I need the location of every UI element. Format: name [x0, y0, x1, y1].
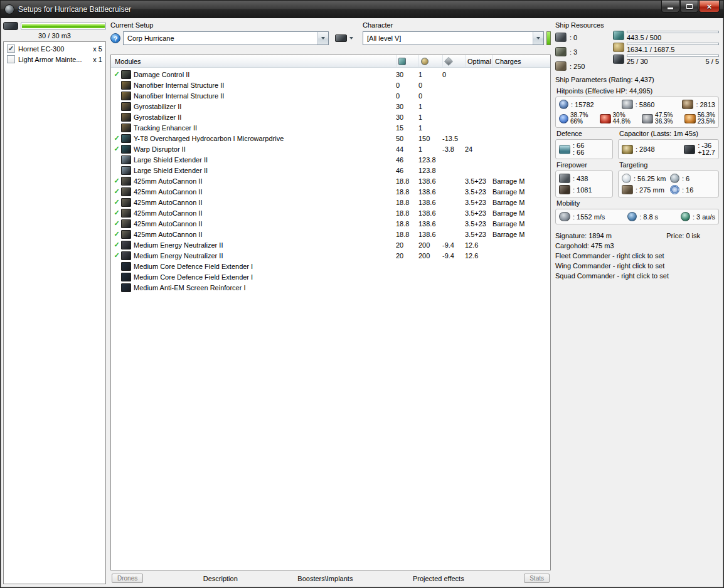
module-cpu-value: 18.8: [396, 220, 418, 228]
module-name: 425mm AutoCannon II: [134, 209, 396, 217]
minimize-button[interactable]: [661, 1, 679, 13]
module-pg-value: 1: [418, 145, 442, 153]
character-select-arrow[interactable]: [533, 32, 543, 45]
help-icon[interactable]: [110, 33, 120, 43]
drone-checkbox[interactable]: ✓: [7, 45, 15, 53]
module-row[interactable]: Medium Anti-EM Screen Reinforcer I: [111, 282, 550, 293]
squad-commander-hint[interactable]: Squad Commander - right click to set: [555, 271, 719, 281]
setup-select[interactable]: Corp Hurricane: [123, 31, 329, 45]
module-row[interactable]: Nanofiber Internal Structure II00: [111, 90, 550, 101]
tab-boosters-implants[interactable]: Boosters\Implants: [297, 575, 353, 582]
drone-list-item[interactable]: ✓Hornet EC-300x 5: [4, 43, 105, 54]
close-icon: ×: [707, 3, 712, 11]
module-active-check-icon: ✓: [111, 230, 121, 238]
module-row[interactable]: Large Shield Extender II46123.8: [111, 154, 550, 165]
cpu-column-header[interactable]: [396, 55, 418, 67]
module-pg-value: 1: [418, 71, 442, 78]
warp-speed-value: : 3 au/s: [693, 213, 715, 221]
character-skill-bar: [546, 31, 551, 45]
ship-resources: : 0 : 3 : 250: [555, 31, 719, 71]
tab-projected-effects[interactable]: Projected effects: [413, 575, 464, 582]
chevron-down-icon: [321, 37, 325, 39]
charges-column-header[interactable]: Charges: [492, 55, 550, 67]
drone-list-item[interactable]: Light Armor Mainte...x 1: [4, 54, 105, 65]
powergrid-resource: 1634.1 / 1687.5: [613, 43, 719, 53]
setup-tools-button[interactable]: [331, 31, 356, 45]
module-row[interactable]: ✓Medium Energy Neutralizer II20200-9.412…: [111, 239, 550, 250]
drone-bay-panel: 30 / 30 m3 ✓Hornet EC-300x 5Light Armor …: [3, 21, 106, 584]
module-row[interactable]: Medium Core Defence Field Extender I: [111, 271, 550, 282]
tab-description[interactable]: Description: [203, 575, 238, 582]
module-cpu-value: 30: [396, 113, 418, 121]
tab-drones[interactable]: Drones: [112, 574, 143, 583]
module-row[interactable]: ✓425mm AutoCannon II18.8138.63.5+23Barra…: [111, 229, 550, 239]
module-row[interactable]: ✓Warp Disruptor II441-3.824: [111, 144, 550, 154]
module-row[interactable]: ✓425mm AutoCannon II18.8138.63.5+23Barra…: [111, 207, 550, 218]
module-row[interactable]: Gyrostabilizer II301: [111, 112, 550, 122]
module-row[interactable]: ✓Medium Energy Neutralizer II20200-9.412…: [111, 250, 550, 261]
tab-stats[interactable]: Stats: [524, 574, 550, 583]
module-row[interactable]: Large Shield Extender II46123.8: [111, 165, 550, 176]
module-pg-value: 138.6: [418, 231, 442, 238]
module-active-check-icon: ✓: [111, 70, 121, 78]
modules-column-header[interactable]: Modules: [111, 58, 396, 65]
capacitor-amount-value: : 2848: [636, 145, 655, 153]
module-row[interactable]: Gyrostabilizer II301: [111, 101, 550, 112]
powergrid-column-header[interactable]: [418, 55, 442, 67]
structure-hp-value: : 2813: [696, 101, 715, 108]
module-cpu-value: 0: [396, 92, 418, 100]
kinetic-resist-icon: [642, 114, 653, 123]
drone-list[interactable]: ✓Hornet EC-300x 5Light Armor Mainte...x …: [3, 41, 106, 584]
module-row[interactable]: ✓425mm AutoCannon II18.8138.63.5+23Barra…: [111, 218, 550, 229]
turret-hardpoints-icon: [555, 33, 567, 42]
cpu-resource: 443.5 / 500: [613, 31, 719, 41]
firepower-box: : 438 : 1081: [555, 171, 613, 197]
align-time-value: : 8.8 s: [639, 213, 658, 221]
fitting-panel: Current Setup Corp Hurricane: [110, 21, 551, 584]
module-row[interactable]: ✓425mm AutoCannon II18.8138.63.5+23Barra…: [111, 186, 550, 197]
setup-select-arrow[interactable]: [317, 32, 328, 45]
character-select[interactable]: [All level V]: [363, 31, 544, 45]
module-row[interactable]: ✓Damage Control II3010: [111, 69, 550, 80]
max-velocity: : 1552 m/s: [559, 212, 605, 221]
module-row[interactable]: Tracking Enhancer II151: [111, 122, 550, 133]
close-button[interactable]: ×: [699, 1, 720, 13]
thermal-resist: 30%44.8%: [600, 112, 631, 125]
character-label: Character: [363, 21, 551, 31]
dps-value: : 1081: [573, 186, 592, 194]
optimal-column-header[interactable]: Optimal: [465, 55, 492, 67]
drone-label: Light Armor Mainte...: [18, 56, 82, 63]
window-controls: ×: [661, 1, 720, 13]
align-time: : 8.8 s: [627, 212, 658, 221]
dps-icon: [559, 185, 570, 194]
drone-checkbox[interactable]: [7, 55, 15, 63]
module-charge-value: Barrage M: [492, 188, 550, 196]
capacitor-column-header[interactable]: [442, 55, 465, 67]
module-row[interactable]: ✓Y-T8 Overcharged Hydrocarbon I Microwar…: [111, 133, 550, 144]
titlebar[interactable]: Setups for Hurricane Battlecruiser ×: [1, 1, 723, 18]
module-name: Medium Anti-EM Screen Reinforcer I: [134, 284, 396, 291]
module-optimal-value: 3.5+23: [465, 188, 492, 196]
module-row[interactable]: Medium Core Defence Field Extender I: [111, 261, 550, 271]
armor-hp: : 5860: [622, 100, 655, 109]
module-name: 425mm AutoCannon II: [134, 188, 396, 196]
fleet-commander-hint[interactable]: Fleet Commander - right click to set: [555, 251, 719, 261]
module-active-check-icon: ✓: [111, 177, 121, 185]
turret-hardpoints: : 0: [555, 32, 608, 43]
module-charge-value: Barrage M: [492, 177, 550, 185]
capacitor-icon: [444, 56, 453, 65]
armor-hp-value: : 5860: [636, 101, 655, 108]
modules-table: Modules Optimal Charges ✓Damage Control …: [110, 55, 551, 570]
wing-commander-hint[interactable]: Wing Commander - right click to set: [555, 261, 719, 271]
ship-parameters-title: Ship Parameters (Rating: 4,437): [555, 76, 719, 85]
module-cpu-value: 50: [396, 135, 418, 142]
module-row[interactable]: Nanofiber Internal Structure II00: [111, 80, 550, 90]
module-name: Warp Disruptor II: [134, 145, 396, 153]
drone-bandwidth-text: 25 / 30: [627, 58, 648, 65]
module-pg-value: 1: [418, 113, 442, 121]
module-optimal-value: 12.6: [465, 241, 492, 249]
maximize-button[interactable]: [680, 1, 698, 13]
module-row[interactable]: ✓425mm AutoCannon II18.8138.63.5+23Barra…: [111, 197, 550, 207]
module-row[interactable]: ✓425mm AutoCannon II18.8138.63.5+23Barra…: [111, 176, 550, 186]
module-pg-value: 0: [418, 81, 442, 89]
